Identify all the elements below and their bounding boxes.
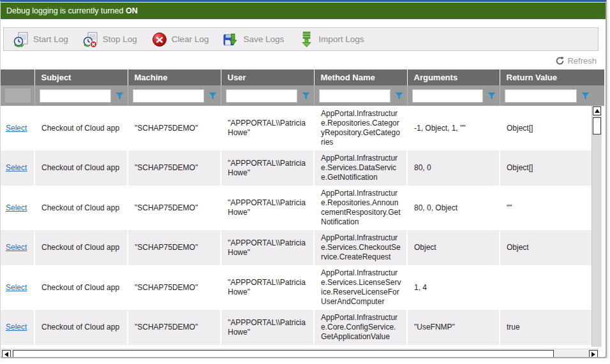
select-link[interactable]: Select [6, 283, 27, 292]
header-filler [593, 69, 604, 106]
method-name-cell: AppPortal.Infrastructure.Repositories.Ca… [314, 106, 407, 150]
column-header-return-value: Return Value [500, 69, 593, 85]
filter-funnel-icon[interactable] [302, 92, 310, 100]
filter-empty-cell [5, 89, 31, 103]
table-row: Select Checkout of Cloud app "SCHAP75DEM… [1, 310, 593, 345]
select-link[interactable]: Select [6, 163, 27, 172]
subject-cell: Checkout of Cloud app [34, 106, 128, 150]
clear-log-label: Clear Log [172, 34, 209, 44]
banner-text: Debug logging is currently turned [6, 6, 123, 15]
log-toolbar: Start Log Stop Log [3, 27, 599, 51]
select-link[interactable]: Select [6, 124, 27, 133]
scroll-left-button[interactable] [2, 350, 11, 358]
user-cell: "APPPORTAL\\PatriciaHowe" [221, 106, 314, 150]
horizontal-scrollbar[interactable] [1, 349, 599, 358]
user-cell: "APPPORTAL\\PatriciaHowe" [221, 310, 314, 345]
column-header-method-name: Method Name [314, 69, 407, 85]
arguments-cell: -1, Object, 1, "" [407, 106, 500, 150]
vertical-scroll-thumb[interactable] [593, 117, 601, 135]
user-cell: "APPPORTAL\\PatriciaHowe" [221, 265, 314, 310]
return-value-cell [500, 265, 593, 310]
save-logs-label: Save Logs [243, 34, 284, 44]
select-link[interactable]: Select [6, 203, 27, 212]
filter-input-user[interactable] [226, 89, 297, 103]
column-header-arguments: Arguments [407, 69, 500, 85]
filter-funnel-icon[interactable] [395, 92, 403, 100]
subject-cell: Checkout of Cloud app [34, 186, 128, 230]
save-logs-button[interactable]: Save Logs [220, 30, 286, 49]
right-arrow-icon [591, 352, 595, 357]
filter-input-machine[interactable] [133, 89, 204, 103]
save-logs-icon [223, 31, 239, 48]
table-row: Select Checkout of Cloud app "SCHAP75DEM… [1, 106, 593, 150]
user-cell: "APPPORTAL\\PatriciaHowe" [221, 230, 314, 265]
left-arrow-icon [4, 352, 8, 357]
machine-cell: "SCHAP75DEMO" [128, 106, 221, 150]
filter-funnel-icon[interactable] [115, 92, 124, 100]
arguments-cell: 80, 0, Object [407, 186, 500, 230]
clear-log-button[interactable]: Clear Log [149, 30, 212, 49]
user-cell: "APPPORTAL\\PatriciaHowe" [221, 150, 314, 186]
stop-log-label: Stop Log [103, 34, 137, 44]
arguments-cell: 80, 0 [407, 150, 500, 186]
user-cell: "APPPORTAL\\PatriciaHowe" [221, 186, 314, 230]
method-name-cell: AppPortal.Infrastructure.Core.ConfigServ… [314, 310, 407, 345]
return-value-cell: "" [500, 186, 593, 230]
vertical-scrollbar[interactable] [591, 106, 602, 347]
method-name-cell: AppPortal.Infrastructure.Services.DataSe… [314, 150, 407, 186]
filter-funnel-icon[interactable] [581, 92, 590, 100]
import-logs-icon [298, 31, 315, 48]
log-table: Select Checkout of Cloud app "SCHAP75DEM… [1, 106, 593, 345]
return-value-cell: Object[] [500, 150, 593, 186]
filter-input-arguments[interactable] [412, 89, 483, 103]
table-row: Select Checkout of Cloud app "SCHAP75DEM… [1, 150, 593, 186]
arguments-cell: Object [407, 230, 500, 265]
subject-cell: Checkout of Cloud app [34, 150, 128, 186]
refresh-label: Refresh [567, 56, 597, 66]
subject-cell: Checkout of Cloud app [34, 265, 128, 310]
filter-input-method-name[interactable] [319, 89, 391, 103]
subject-cell: Checkout of Cloud app [34, 310, 128, 345]
scroll-right-button[interactable] [589, 350, 598, 358]
refresh-button[interactable]: Refresh [556, 55, 597, 66]
return-value-cell: Object[] [500, 106, 593, 150]
table-row: Select Checkout of Cloud app "SCHAP75DEM… [1, 186, 593, 230]
table-row: Select Checkout of Cloud app "SCHAP75DEM… [1, 230, 593, 265]
select-link[interactable]: Select [6, 243, 27, 252]
clear-log-icon [151, 31, 168, 48]
import-logs-label: Import Logs [318, 34, 364, 44]
start-log-button[interactable]: Start Log [10, 30, 71, 49]
column-header-user: User [221, 69, 314, 85]
header-row: Subject Machine User Method Name Argumen… [1, 69, 593, 85]
log-table-body: Select Checkout of Cloud app "SCHAP75DEM… [1, 106, 593, 345]
stop-log-button[interactable]: Stop Log [80, 30, 140, 49]
filter-input-subject[interactable] [40, 89, 111, 103]
arguments-cell: "UseFNMP" [407, 310, 500, 345]
scroll-up-button[interactable] [593, 106, 601, 115]
stop-log-icon [82, 31, 99, 48]
method-name-cell: AppPortal.Infrastructure.Services.Licens… [314, 265, 407, 310]
start-log-label: Start Log [33, 34, 68, 44]
refresh-icon [556, 57, 564, 65]
filter-funnel-icon[interactable] [487, 92, 496, 100]
log-table-header: Subject Machine User Method Name Argumen… [1, 69, 593, 106]
select-link[interactable]: Select [6, 323, 27, 331]
table-row: Select Checkout of Cloud app "SCHAP75DEM… [1, 265, 593, 310]
arguments-cell: 1, 4 [407, 265, 500, 310]
debug-logging-status-banner: Debug logging is currently turned ON [1, 3, 606, 19]
start-log-icon [13, 31, 29, 48]
subject-cell: Checkout of Cloud app [34, 230, 128, 265]
machine-cell: "SCHAP75DEMO" [128, 186, 221, 230]
return-value-cell: Object [500, 230, 593, 265]
machine-cell: "SCHAP75DEMO" [128, 230, 221, 265]
filter-input-return-value[interactable] [505, 89, 577, 103]
column-header-machine: Machine [128, 69, 221, 85]
debug-log-panel: Debug logging is currently turned ON Sta… [0, 0, 607, 358]
horizontal-scroll-thumb[interactable] [13, 350, 554, 358]
import-logs-button[interactable]: Import Logs [295, 30, 366, 49]
filter-funnel-icon[interactable] [209, 92, 217, 100]
column-header-select [1, 69, 34, 85]
up-arrow-icon [595, 109, 600, 113]
machine-cell: "SCHAP75DEMO" [128, 310, 221, 345]
banner-state: ON [126, 6, 138, 15]
